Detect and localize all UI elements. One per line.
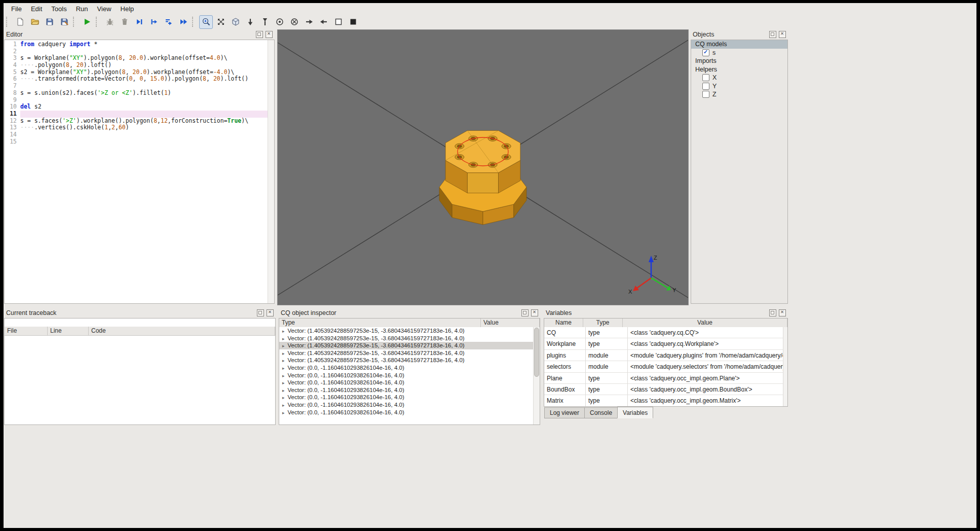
debug-button[interactable] [103,15,117,29]
tab-variables[interactable]: Variables [617,407,653,418]
menu-run[interactable]: Run [71,4,93,14]
objects-tree: CQ modelssImportsHelpersXYZ [691,40,788,304]
tree-item-x[interactable]: X [691,74,787,82]
inspector-row[interactable]: Vector: (1.4053924288597253e-15, -3.6804… [279,349,534,357]
column-header-value[interactable]: Value [481,318,540,328]
column-header-name[interactable]: Name [544,318,583,328]
view-right-button[interactable] [302,15,316,29]
column-header-line[interactable]: Line [48,327,89,336]
inspector-row[interactable]: Vector: (1.4053924288597253e-15, -3.6804… [279,342,534,349]
toolbar-handle[interactable] [6,17,10,27]
new-file-button[interactable] [13,15,27,29]
tree-item-imports[interactable]: Imports [691,57,787,65]
zoom-fit-button[interactable] [199,15,213,29]
close-panel-icon[interactable] [779,31,786,38]
toolbar-handle[interactable] [73,17,77,27]
inspector-row[interactable]: Vector: (1.4053924288597253e-15, -3.6804… [279,357,534,364]
tree-item-cq-models[interactable]: CQ models [691,40,787,49]
iso-view-button[interactable] [229,15,242,29]
checkbox-x[interactable] [702,74,709,81]
inspector-row[interactable]: Vector: (0.0, -1.1604610293826104e-16, 4… [279,409,534,416]
zoom-fit-icon [202,17,211,26]
menu-file[interactable]: File [7,4,26,14]
code-text: del s2 [20,103,268,111]
viewport-3d[interactable]: X Y Z [277,29,689,305]
view-left-button[interactable] [317,15,330,29]
view-front-button[interactable] [273,15,286,29]
inspector-row[interactable]: Vector: (0.0, -1.1604610293826104e-16, 4… [279,394,534,401]
toolbar-handle[interactable] [192,17,196,27]
variable-type: type [586,384,628,395]
step-button[interactable] [132,15,146,29]
toolbar-handle[interactable] [96,17,100,27]
inspector-row[interactable]: Vector: (0.0, -1.1604610293826104e-16, 4… [279,364,534,372]
scrollbar-thumb[interactable] [534,328,539,377]
cad-model[interactable] [439,130,526,225]
column-header-type[interactable]: Type [279,318,481,328]
editor-scrollbar[interactable] [268,40,274,303]
float-panel-icon[interactable] [769,31,776,38]
step-into-button[interactable] [147,15,161,29]
menu-edit[interactable]: Edit [26,4,47,14]
inspector-row[interactable]: Vector: (0.0, -1.1604610293826104e-16, 4… [279,379,534,386]
continue-button[interactable] [176,15,190,29]
code-editor[interactable]: 1from cadquery import *23s = Workplane("… [5,40,268,303]
variable-row[interactable]: BoundBoxtype<class 'cadquery.occ_impl.ge… [544,384,783,395]
menu-tools[interactable]: Tools [47,4,71,14]
view-back-button[interactable] [287,15,301,29]
wireframe-button[interactable] [331,15,345,29]
checkbox-y[interactable] [702,83,709,90]
column-header-file[interactable]: File [5,327,48,336]
float-panel-icon[interactable] [769,309,776,316]
variable-row[interactable]: Matrixtype<class 'cadquery.occ_impl.geom… [544,395,783,406]
inspector-row[interactable]: Vector: (1.4053924288597253e-15, -3.6804… [279,327,534,335]
shaded-button[interactable] [346,15,360,29]
vector-value: Vector: (0.0, -1.1604610293826104e-16, 4… [288,402,404,408]
tree-item-s[interactable]: s [691,49,787,57]
variable-row[interactable]: Workplanetype<class 'cadquery.cq.Workpla… [544,338,783,349]
save-button[interactable] [43,15,56,29]
debug-icon [105,17,115,26]
tree-item-z[interactable]: Z [691,90,787,99]
save-as-button[interactable] [57,15,71,29]
variable-row[interactable]: CQtype<class 'cadquery.cq.CQ'> [544,327,783,338]
stop-debug-button[interactable] [118,15,131,29]
tab-console[interactable]: Console [584,407,618,418]
inspector-row[interactable]: Vector: (0.0, -1.1604610293826104e-16, 4… [279,372,534,379]
variable-row[interactable]: pluginsmodule<module 'cadquery.plugins' … [544,350,783,361]
float-panel-icon[interactable] [521,309,529,316]
column-header-code[interactable]: Code [89,327,275,336]
close-panel-icon[interactable] [531,309,538,316]
variables-scrollbar[interactable] [783,327,787,406]
inspector-row[interactable]: Vector: (1.4053924288597253e-15, -3.6804… [279,335,534,342]
variable-type: module [586,350,628,361]
checkbox-s[interactable] [702,49,709,56]
tree-item-helpers[interactable]: Helpers [691,65,787,74]
view-top-button[interactable] [258,15,272,29]
checkbox-z[interactable] [702,91,709,98]
close-panel-icon[interactable] [266,31,273,38]
float-panel-icon[interactable] [256,31,263,38]
close-panel-icon[interactable] [779,309,786,316]
close-panel-icon[interactable] [267,309,274,316]
menu-help[interactable]: Help [116,4,139,14]
column-header-value[interactable]: Value [623,318,787,328]
fit-all-button[interactable] [214,15,228,29]
tree-item-y[interactable]: Y [691,82,787,91]
tree-item-label: Imports [695,57,717,64]
inspector-row[interactable]: Vector: (0.0, -1.1604610293826104e-16, 4… [279,401,534,409]
variable-row[interactable]: Planetype<class 'cadquery.occ_impl.geom.… [544,373,783,384]
variable-row[interactable]: selectorsmodule<module 'cadquery.selecto… [544,361,783,372]
line-number: 15 [5,138,20,146]
inspector-scrollbar[interactable] [533,327,540,424]
view-bottom-button[interactable] [243,15,257,29]
menu-view[interactable]: View [93,4,116,14]
open-file-button[interactable] [28,15,42,29]
column-header-type[interactable]: Type [583,318,623,328]
float-panel-icon[interactable] [257,309,264,316]
render-button[interactable] [80,15,94,29]
step-return-button[interactable] [162,15,175,29]
editor-content[interactable]: 1from cadquery import *23s = Workplane("… [4,40,275,304]
inspector-row[interactable]: Vector: (0.0, -1.1604610293826104e-16, 4… [279,386,534,394]
tab-log-viewer[interactable]: Log viewer [544,407,585,418]
